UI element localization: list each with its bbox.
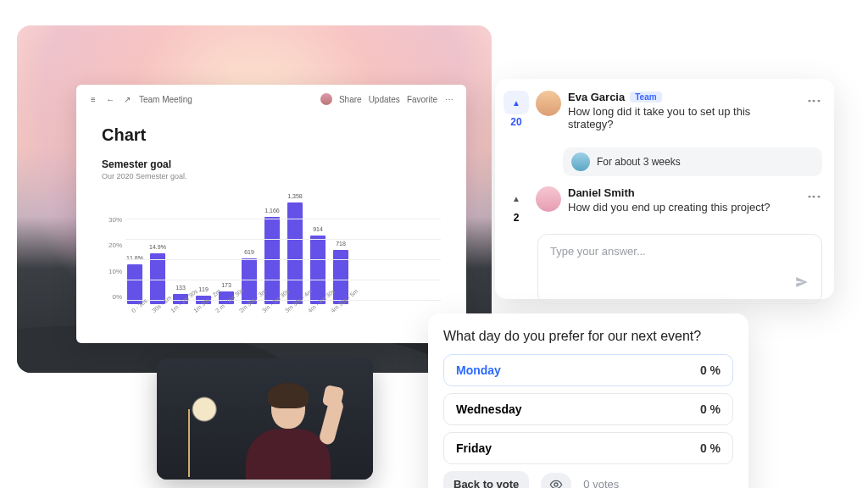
reply-item: For about 3 weeks [563, 147, 822, 176]
poll-option[interactable]: Wednesday0 % [443, 393, 733, 425]
document-card: ≡ ← ↗ Team Meeting Share Updates Favorit… [76, 85, 466, 343]
more-icon[interactable]: ⋯ [444, 95, 454, 104]
bar-value-label: 619 [244, 249, 254, 258]
bar-rect [127, 264, 142, 304]
page-title: Chart [102, 125, 441, 145]
y-axis: 30%20%10%0% [102, 216, 125, 318]
menu-icon[interactable]: ≡ [88, 95, 98, 104]
poll-question: What day do you prefer for our next even… [443, 329, 733, 344]
question-text: How did you end up creating this project… [568, 201, 794, 214]
vote-count: 2 [514, 212, 520, 224]
y-tick: 10% [108, 268, 122, 275]
doc-toolbar: ≡ ← ↗ Team Meeting Share Updates Favorit… [76, 85, 466, 108]
upvote-button[interactable]: ▲ [504, 91, 529, 114]
favorite-button[interactable]: Favorite [407, 95, 437, 104]
question-text: How long did it take you to set up this … [568, 105, 794, 130]
poll-option[interactable]: Friday0 % [443, 432, 733, 464]
bar-value-label: 133 [175, 285, 186, 293]
bar: 1,1663m - 3m 30s [263, 208, 281, 318]
bar-rect [287, 202, 303, 304]
answer-box [537, 234, 822, 304]
bar-value-label: 718 [336, 241, 346, 249]
vote-count: 20 [510, 116, 521, 128]
lamp-icon [188, 409, 190, 477]
bar: 9144m - 4m 30s [309, 226, 327, 318]
qa-panel: ▲ 20 Eva Garcia Team How long did it tak… [495, 79, 834, 299]
send-icon[interactable] [794, 274, 810, 293]
bar-value-label: 119 [198, 286, 209, 295]
question-item: ▲ 20 Eva Garcia Team How long did it tak… [504, 91, 822, 130]
view-results-button[interactable] [541, 473, 571, 489]
bar: 11.8%0 - 30s [125, 255, 144, 318]
bar: 7184m 30s - 5m [331, 241, 350, 318]
back-icon[interactable]: ← [105, 95, 115, 104]
updates-button[interactable]: Updates [369, 95, 400, 104]
poll-option-label: Monday [456, 363, 501, 377]
chart-title: Semester goal [102, 158, 441, 170]
expand-icon[interactable]: ↗ [122, 95, 132, 104]
chart-plot: 11.8%0 - 30s14.9%30s - 1m1331m - 1m 30s1… [125, 199, 441, 318]
y-tick: 0% [112, 293, 122, 301]
bar-value-label: 11.8% [126, 255, 143, 263]
bar: 6192m 30s - 3m [240, 249, 259, 318]
bar-chart: 30%20%10%0% 11.8%0 - 30s14.9%30s - 1m133… [102, 191, 441, 318]
bar-value-label: 914 [313, 226, 323, 235]
bar-rect [150, 253, 165, 304]
bar-value-label: 173 [221, 282, 231, 291]
question-more-icon[interactable]: ⋮ [801, 186, 822, 224]
poll-option-label: Wednesday [456, 402, 522, 416]
presenter [237, 378, 339, 480]
back-to-vote-button[interactable]: Back to vote [443, 471, 529, 488]
question-more-icon[interactable]: ⋮ [801, 91, 822, 130]
avatar[interactable] [536, 186, 561, 212]
poll-option-label: Friday [456, 441, 492, 455]
poll-option-pct: 0 % [700, 363, 721, 377]
avatar[interactable] [536, 91, 561, 116]
svg-point-0 [554, 483, 558, 486]
answer-input[interactable] [550, 245, 810, 258]
y-tick: 30% [108, 216, 122, 224]
reply-text: For about 3 weeks [597, 156, 681, 168]
bar: 14.9%30s - 1m [148, 244, 167, 318]
asker-tag: Team [630, 92, 661, 103]
asker-name: Daniel Smith [568, 186, 635, 199]
bar-value-label: 1,166 [264, 208, 280, 216]
asker-name: Eva Garcia [568, 91, 625, 103]
question-item: ▲ 2 Daniel Smith How did you end up crea… [504, 186, 822, 224]
chart-subtitle: Our 2020 Semester goal. [102, 172, 441, 180]
breadcrumb[interactable]: Team Meeting [139, 95, 192, 104]
votes-count: 0 votes [583, 478, 619, 488]
bar-value-label: 14.9% [149, 244, 166, 252]
avatar[interactable] [571, 152, 590, 171]
user-avatar[interactable] [320, 93, 332, 105]
bar: 1732 m - 2m 30s [217, 282, 236, 318]
upvote-button[interactable]: ▲ [504, 186, 529, 210]
y-tick: 20% [108, 241, 122, 249]
share-button[interactable]: Share [339, 95, 362, 104]
poll-panel: What day do you prefer for our next even… [428, 313, 748, 488]
poll-option-pct: 0 % [700, 402, 721, 416]
video-thumbnail[interactable] [157, 358, 373, 480]
poll-option[interactable]: Monday0 % [443, 354, 733, 386]
bar-value-label: 1,358 [287, 193, 303, 202]
poll-option-pct: 0 % [700, 441, 721, 455]
